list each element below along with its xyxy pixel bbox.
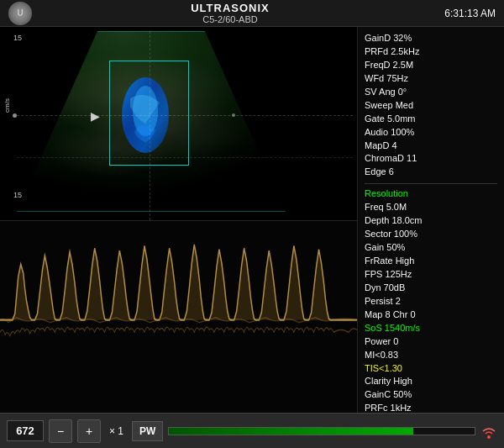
param-power: Power 0 (365, 335, 497, 349)
param-sweep: Sweep Med (365, 99, 419, 113)
param-clarity: Clarity High (365, 375, 497, 388)
main-area: 15 15 cm/s ▶ (0, 27, 504, 413)
waveform-visualization (0, 221, 357, 413)
center-line-v (150, 31, 150, 220)
device-title: ULTRASONIX (32, 2, 428, 14)
ultrasound-image-area: 15 15 cm/s ▶ (0, 27, 357, 413)
param-mi: MI<0.83 (365, 349, 497, 362)
param-depth: Depth 18.0cm (365, 214, 497, 228)
param-freq: Freq 5.0M (365, 201, 497, 214)
param-freqd: FreqD 2.5M (365, 59, 419, 72)
svg-point-3 (487, 435, 491, 439)
cms-unit-label: cm/s (3, 98, 11, 113)
scale-dot-left (13, 113, 17, 118)
logo-icon: U (8, 2, 32, 25)
param-sos: SoS 1540m/s (365, 322, 497, 335)
param-tis: TIS<1.30 (365, 362, 497, 376)
param-map-chr: Map 8 Chr 0 (365, 308, 497, 322)
param-mapd: MapD 4 (365, 140, 419, 153)
param-audio: Audio 100% (365, 126, 419, 140)
param-frrate: FrRate High (365, 255, 497, 268)
resolution-header: Resolution (365, 187, 497, 201)
mode-display: PW (132, 421, 163, 441)
param-gain: Gain 50% (365, 241, 497, 255)
param-chromad: ChromaD 11 (365, 152, 419, 166)
param-prfd: PRFd 2.5kHz (365, 45, 419, 59)
param-dyn: Dyn 70dB (365, 282, 497, 295)
param-fps: FPS 125Hz (365, 268, 497, 282)
clock-display: 6:31:13 AM (428, 8, 496, 19)
param-persist: Persist 2 (365, 295, 497, 308)
minus-button[interactable]: − (49, 419, 72, 443)
param-svang: SV Ang 0° (365, 86, 419, 99)
scan-upper: 15 15 cm/s ▶ (0, 27, 357, 220)
wifi-icon (480, 423, 497, 440)
header-center: ULTRASONIX C5-2/60-ABD (32, 2, 428, 24)
waveform-area: +40 +20 -20 (0, 220, 357, 413)
param-sector: Sector 100% (365, 228, 497, 241)
left-params: GainD 32% PRFd 2.5kHz FreqD 2.5M WFd 75H… (365, 32, 419, 179)
progress-bar-fill (169, 428, 413, 435)
param-gaind: GainD 32% (365, 32, 419, 45)
param-prfc: PRFc 1kHz (365, 402, 497, 413)
guide-line-h2 (17, 157, 353, 158)
pointer-arrow-icon: ▶ (91, 109, 100, 123)
probe-model: C5-2/60-ABD (32, 14, 428, 24)
multiplier-display: × 1 (106, 425, 127, 437)
footer-toolbar: 672 − + × 1 PW (0, 413, 504, 448)
plus-button[interactable]: + (77, 419, 101, 443)
header-bar: U ULTRASONIX C5-2/60-ABD 6:31:13 AM (0, 0, 504, 27)
progress-bar-container (168, 427, 475, 435)
param-gainc: GainC 50% (365, 388, 497, 402)
param-gate: Gate 5.0mm (365, 113, 419, 126)
param-edge: Edge 6 (365, 166, 419, 179)
parameters-panel: GainD 32% PRFd 2.5kHz FreqD 2.5M WFd 75H… (357, 27, 504, 413)
counter-display: 672 (7, 420, 44, 441)
param-wfd: WFd 75Hz (365, 72, 419, 86)
guide-line-h1 (17, 115, 353, 116)
doppler-color-overlay (113, 73, 181, 166)
scale-dot-right (232, 113, 235, 117)
